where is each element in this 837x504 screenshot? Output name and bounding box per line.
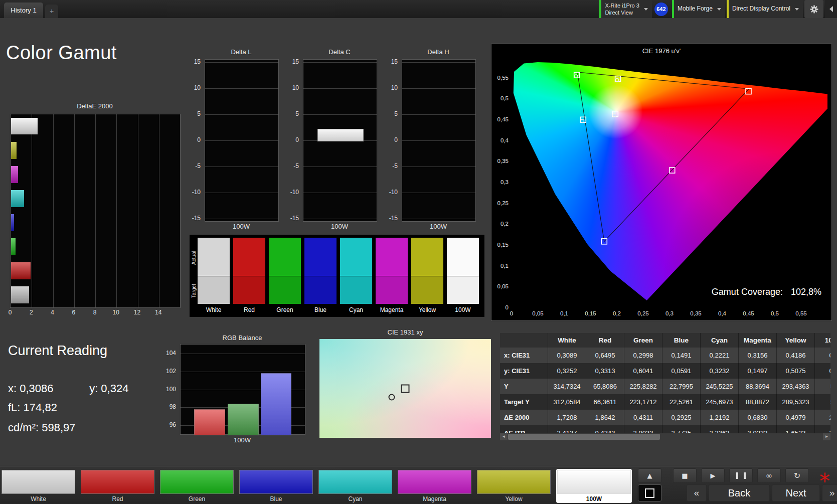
- loop-button[interactable]: ∞: [757, 468, 781, 483]
- gridline: [53, 114, 54, 307]
- pause-button[interactable]: [729, 468, 753, 483]
- scroll-right-arrow[interactable]: ►: [823, 433, 830, 440]
- patch-label: Magenta: [398, 495, 471, 503]
- patch-button-white[interactable]: White: [2, 470, 75, 503]
- refresh-button[interactable]: ↻: [785, 468, 809, 483]
- swatch-label: Red: [233, 304, 265, 315]
- column-header: Yellow: [777, 333, 815, 348]
- scroll-left-arrow[interactable]: ◄: [500, 433, 508, 440]
- table-cell: 0,3156: [739, 348, 777, 363]
- eject-icon: ▲: [647, 472, 652, 479]
- workflow-dropdown[interactable]: Direct Display Control: [727, 0, 803, 18]
- pattern-window-button[interactable]: [638, 484, 661, 501]
- alert-button[interactable]: *: [813, 469, 836, 482]
- chromaticity-horseshoe: [512, 57, 827, 307]
- gridline: [402, 166, 475, 167]
- scrollbar-thumb[interactable]: [508, 434, 660, 440]
- gridline: [205, 166, 278, 167]
- table-cell: 314,7324: [548, 379, 586, 394]
- swatch-column-100w: 100W: [447, 238, 479, 315]
- next-button[interactable]: Next: [772, 484, 820, 501]
- actual-swatch: [233, 238, 265, 276]
- tab-history[interactable]: History 1: [4, 3, 43, 18]
- axis-tick-label: 0: [9, 309, 12, 316]
- table-cell: 0,5075: [777, 363, 815, 379]
- rgb-balance-x-label: 100W: [180, 436, 304, 444]
- reading-y: y: 0,324: [89, 382, 128, 395]
- bar-blue: [261, 373, 292, 435]
- chevron-down-icon: [717, 8, 721, 11]
- meter-status-indicator: [599, 0, 601, 18]
- collapse-panel-button[interactable]: [825, 0, 837, 18]
- patch-label: 100W: [557, 495, 631, 503]
- add-tab-button[interactable]: +: [45, 5, 58, 18]
- bar-cyan: [11, 190, 24, 207]
- stop-button[interactable]: ■: [673, 468, 697, 483]
- table-cell: 245,6973: [701, 394, 739, 410]
- square-marker: [401, 384, 410, 393]
- swatch-columns: WhiteRedGreenBlueCyanMagentaYellow100W: [198, 238, 479, 315]
- delta-c-x-label: 100W: [303, 223, 376, 230]
- reading-cd: cd/m²: 598,97: [8, 421, 76, 434]
- bar-green: [11, 238, 16, 255]
- axis-tick-label: 10: [194, 84, 201, 91]
- back-button[interactable]: Back: [709, 484, 770, 501]
- actual-swatch: [376, 238, 408, 276]
- eject-button[interactable]: ▲: [638, 468, 661, 483]
- table-cell: 0,3252: [548, 363, 586, 379]
- rgb-balance-plot: [180, 344, 305, 435]
- gridline: [95, 114, 96, 307]
- axis-tick-label: 10: [292, 84, 299, 91]
- swatch-label: 100W: [447, 304, 479, 315]
- chevron-down-icon: [644, 8, 648, 11]
- settings-button[interactable]: [804, 0, 823, 18]
- axis-tick-label: 0: [394, 136, 398, 143]
- stop-icon: ■: [682, 472, 688, 479]
- loop-icon: ∞: [766, 472, 772, 480]
- delta-h-y-axis: 151050-5-10-15: [381, 59, 399, 221]
- patch-button-red[interactable]: Red: [81, 470, 154, 503]
- transport-controls: ▲■▶∞↻* « Back Next »: [638, 466, 834, 504]
- table-horizontal-scrollbar[interactable]: ◄ ►: [500, 433, 830, 440]
- delta-c-plot: [303, 59, 377, 222]
- table-cell: 293,4363: [777, 379, 815, 394]
- patch-button-green[interactable]: Green: [160, 470, 234, 503]
- measurement-count-badge[interactable]: 642: [654, 3, 668, 16]
- meter-dropdown[interactable]: X-Rite i1Pro 3 Direct View: [599, 0, 651, 18]
- table-cell: 65,8086: [586, 379, 624, 394]
- play-button[interactable]: ▶: [701, 468, 725, 483]
- target-swatch: [447, 276, 479, 304]
- bottom-bar: WhiteRedGreenBlueCyanMagentaYellow100W ▲…: [0, 466, 837, 504]
- gridline: [402, 88, 475, 89]
- axis-tick-label: -15: [192, 215, 201, 222]
- green-patch: [160, 470, 234, 494]
- table-cell: 245,5225: [701, 379, 739, 394]
- source-dropdown[interactable]: Mobile Forge: [672, 0, 725, 18]
- swatch-label: Blue: [304, 304, 337, 315]
- svg-text:0,3: 0,3: [500, 179, 509, 185]
- svg-text:0,5: 0,5: [771, 310, 779, 316]
- workflow-status-indicator: [727, 0, 729, 18]
- row-label: ΔE 2000: [500, 410, 548, 425]
- collapse-arrow-icon: [829, 6, 833, 12]
- table-cell: 225,8282: [624, 379, 662, 394]
- pause-icon: [736, 472, 746, 479]
- chart-title: CIE 1931 xy: [319, 328, 491, 336]
- svg-text:0,25: 0,25: [637, 310, 648, 316]
- patch-button-cyan[interactable]: Cyan: [318, 470, 392, 503]
- gridline: [303, 62, 377, 63]
- back-skip-button[interactable]: «: [687, 484, 707, 501]
- patch-button-blue[interactable]: Blue: [239, 470, 313, 503]
- gridline: [159, 114, 159, 307]
- table-cell: 0,1491: [662, 348, 701, 363]
- patch-button-yellow[interactable]: Yellow: [477, 470, 551, 503]
- cie1931-diagram: CIE 1931 xy: [319, 328, 491, 438]
- red-patch: [81, 470, 154, 494]
- next-skip-button[interactable]: »: [822, 484, 837, 501]
- actual-swatch: [198, 238, 230, 276]
- svg-text:0,4: 0,4: [718, 310, 727, 316]
- patch-button-magenta[interactable]: Magenta: [398, 470, 471, 503]
- axis-tick-label: 2: [30, 309, 33, 316]
- svg-text:0,4: 0,4: [500, 137, 509, 143]
- patch-button-100w[interactable]: 100W: [556, 469, 632, 503]
